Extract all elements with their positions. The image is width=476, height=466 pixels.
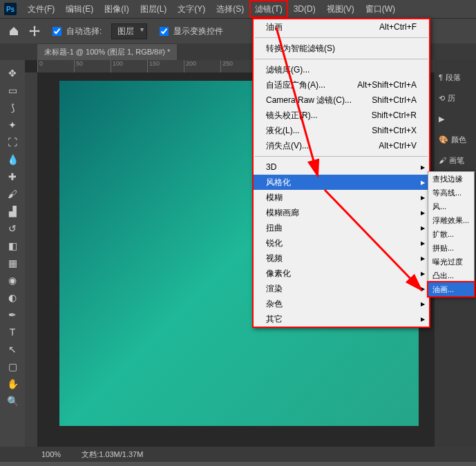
auto-select-check[interactable]: 自动选择:	[50, 25, 102, 38]
marquee-tool[interactable]: ▭	[2, 81, 23, 99]
filter-lens[interactable]: 镜头校正(R)...Shift+Ctrl+R	[254, 108, 429, 123]
panel-actions[interactable]: ▶	[435, 108, 476, 129]
filter-dropdown: 油画Alt+Ctrl+F 转换为智能滤镜(S) 滤镜库(G)... 自适应广角(…	[252, 18, 430, 328]
status-bar: 100% 文档:1.03M/1.37M	[0, 447, 476, 462]
filter-vanish[interactable]: 消失点(V)...Alt+Ctrl+V	[254, 138, 429, 153]
move-tool-icon	[29, 26, 40, 37]
shape-tool[interactable]: ▢	[2, 358, 23, 375]
filter-render[interactable]: 渲染	[254, 281, 429, 296]
menu-edit[interactable]: 编辑(E)	[60, 0, 99, 18]
heal-tool[interactable]: ✚	[2, 168, 23, 185]
filter-liquify[interactable]: 液化(L)...Shift+Ctrl+X	[254, 123, 429, 138]
filter-stylize[interactable]: 风格化	[254, 175, 429, 190]
filter-noise[interactable]: 杂色	[254, 296, 429, 311]
menu-3d[interactable]: 3D(D)	[288, 0, 321, 18]
menu-file[interactable]: 文件(F)	[22, 0, 60, 18]
wand-tool[interactable]: ✦	[2, 116, 23, 133]
sub-find-edges[interactable]: 查找边缘	[428, 172, 474, 186]
menu-select[interactable]: 选择(S)	[211, 0, 249, 18]
menu-layer[interactable]: 图层(L)	[135, 0, 173, 18]
home-icon[interactable]	[8, 26, 19, 37]
panel-history[interactable]: ⟲ 历	[435, 88, 476, 108]
document-tab[interactable]: 未标题-1 @ 100% (图层 1, RGB/8#) *	[37, 44, 177, 60]
sub-diffuse[interactable]: 扩散...	[428, 227, 474, 241]
filter-blur-gallery[interactable]: 模糊画廊	[254, 205, 429, 220]
sub-extrude[interactable]: 凸出...	[428, 269, 474, 282]
history-brush-tool[interactable]: ↺	[2, 220, 23, 237]
filter-adaptive-wide[interactable]: 自适应广角(A)...Alt+Shift+Ctrl+A	[254, 77, 429, 93]
dodge-tool[interactable]: ◐	[2, 289, 23, 306]
doc-info: 文档:1.03M/1.37M	[82, 449, 143, 460]
show-transform-check[interactable]: 显示变换控件	[157, 25, 223, 38]
brush-tool[interactable]: 🖌	[2, 185, 23, 202]
filter-other[interactable]: 其它	[254, 311, 429, 327]
stylize-submenu: 查找边缘 等高线... 风... 浮雕效果... 扩散... 拼贴... 曝光过…	[428, 171, 475, 297]
move-tool[interactable]: ✥	[2, 64, 23, 81]
filter-sharpen[interactable]: 锐化	[254, 235, 429, 251]
filter-camera-raw[interactable]: Camera Raw 滤镜(C)...Shift+Ctrl+A	[254, 93, 429, 108]
sub-oilpaint[interactable]: 油画...	[427, 281, 475, 298]
zoom-level[interactable]: 100%	[41, 450, 61, 458]
crop-tool[interactable]: ⛶	[2, 133, 23, 151]
eraser-tool[interactable]: ◧	[2, 237, 23, 254]
lasso-tool[interactable]: ⟆	[2, 99, 23, 116]
pen-tool[interactable]: ✒	[2, 306, 23, 323]
stamp-tool[interactable]: ▟	[2, 202, 23, 220]
filter-distort[interactable]: 扭曲	[254, 220, 429, 235]
zoom-tool[interactable]: 🔍	[2, 392, 23, 409]
filter-pixelate[interactable]: 像素化	[254, 266, 429, 281]
ruler-vertical	[25, 72, 37, 447]
sub-contour[interactable]: 等高线...	[428, 186, 474, 200]
path-tool[interactable]: ↖	[2, 340, 23, 358]
eyedrop-tool[interactable]: 💧	[2, 151, 23, 168]
text-tool[interactable]: T	[2, 323, 23, 340]
menubar: Ps 文件(F) 编辑(E) 图像(I) 图层(L) 文字(Y) 选择(S) 滤…	[0, 0, 476, 18]
filter-3d[interactable]: 3D	[254, 159, 429, 175]
sub-tiles[interactable]: 拼贴...	[428, 241, 474, 255]
menu-filter[interactable]: 滤镜(T)	[249, 0, 287, 18]
blur-tool[interactable]: ◉	[2, 271, 23, 289]
sub-emboss[interactable]: 浮雕效果...	[428, 213, 474, 227]
filter-smart[interactable]: 转换为智能滤镜(S)	[254, 41, 429, 56]
panel-brush[interactable]: 🖌 画笔	[435, 150, 476, 171]
filter-last[interactable]: 油画Alt+Ctrl+F	[254, 19, 429, 35]
menu-view[interactable]: 视图(V)	[321, 0, 360, 18]
filter-video[interactable]: 视频	[254, 251, 429, 266]
panel-color[interactable]: 🎨 颜色	[435, 129, 476, 150]
tools-panel: ✥ ▭ ⟆ ✦ ⛶ 💧 ✚ 🖌 ▟ ↺ ◧ ▦ ◉ ◐ ✒ T ↖ ▢ ✋ 🔍	[0, 60, 25, 447]
filter-blur[interactable]: 模糊	[254, 190, 429, 205]
menu-image[interactable]: 图像(I)	[99, 0, 134, 18]
panel-paragraph[interactable]: ¶ 段落	[435, 67, 476, 88]
sub-wind[interactable]: 风...	[428, 200, 474, 213]
menu-text[interactable]: 文字(Y)	[172, 0, 211, 18]
hand-tool[interactable]: ✋	[2, 375, 23, 392]
menu-window[interactable]: 窗口(W)	[360, 0, 401, 18]
ps-logo: Ps	[4, 3, 17, 15]
layer-select[interactable]: 图层	[111, 23, 147, 39]
filter-gallery[interactable]: 滤镜库(G)...	[254, 62, 429, 77]
gradient-tool[interactable]: ▦	[2, 254, 23, 271]
sub-solarize[interactable]: 曝光过度	[428, 255, 474, 269]
